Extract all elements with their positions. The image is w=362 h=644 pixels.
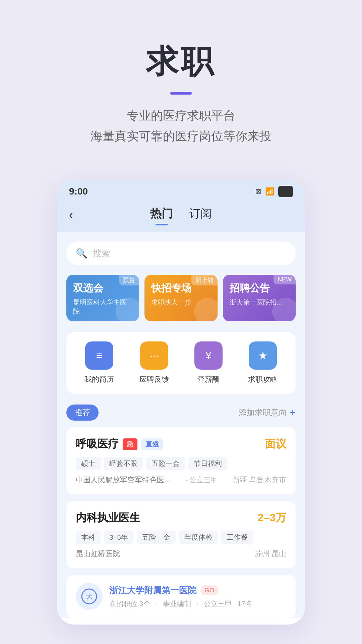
job-title-row-2: 内科执业医生 bbox=[76, 511, 140, 525]
job-footer: 中国人民解放军空军特色医... · 公立三甲 新疆 乌鲁木齐市 bbox=[76, 475, 286, 485]
hospital-name: 浙江大学附属第一医院 bbox=[109, 585, 196, 596]
job-tag: 工作餐 bbox=[221, 531, 253, 544]
banner-tag-2: NEW bbox=[274, 275, 296, 284]
hospital-info: 浙江大学附属第一医院 GO 在招职位 3个 · 事业编制 · 公立三甲 17名 bbox=[109, 585, 286, 608]
job-salary-2: 2–3万 bbox=[258, 511, 286, 525]
search-bar[interactable]: 🔍 搜索 bbox=[66, 241, 296, 265]
banner-card-double-select[interactable]: 预告 双选会 昆明医科大学中医院 bbox=[66, 275, 139, 321]
wifi-icon: 📶 bbox=[265, 187, 274, 196]
tab-subscribe[interactable]: 订阅 bbox=[189, 206, 212, 224]
quick-action-salary[interactable]: ¥ 查薪酬 bbox=[194, 341, 223, 384]
tips-icon: ★ bbox=[249, 341, 277, 370]
job-card-respiratory[interactable]: 呼吸医疗 急 直遴 面议 硕士 经验不限 五险一金 节日福利 中国人民解放军空军… bbox=[66, 427, 296, 494]
banner-row: 预告 双选会 昆明医科大学中医院 新上线 快招专场 求职快人一步 NEW 招聘公… bbox=[66, 275, 296, 321]
salary-icon: ¥ bbox=[194, 341, 223, 370]
resume-icon: ≡ bbox=[85, 341, 113, 370]
tab-hot[interactable]: 热门 bbox=[150, 206, 173, 224]
battery-indicator: 62 bbox=[278, 186, 293, 197]
x-icon: ⊠ bbox=[255, 187, 261, 196]
quick-actions: ≡ 我的简历 ··· 应聘反馈 ¥ 查薪酬 ★ 求职攻略 bbox=[66, 332, 296, 394]
job-title-row: 呼吸医疗 急 直遴 bbox=[76, 437, 163, 451]
job-title-2: 内科执业医生 bbox=[76, 511, 140, 525]
back-button[interactable]: ‹ bbox=[69, 208, 89, 222]
job-tags-2: 本科 3–5年 五险一金 年度体检 工作餐 bbox=[76, 531, 286, 544]
job-tag: 本科 bbox=[76, 531, 101, 544]
job-title: 呼吸医疗 bbox=[76, 437, 119, 451]
job-card-header: 呼吸医疗 急 直遴 面议 bbox=[76, 437, 286, 451]
search-placeholder: 搜索 bbox=[93, 248, 110, 259]
content-area: 🔍 搜索 预告 双选会 昆明医科大学中医院 新上线 快招专场 求职快人一步 NE… bbox=[57, 232, 305, 618]
meta-num: 17名 bbox=[237, 599, 252, 608]
job-tags: 硕士 经验不限 五险一金 节日福利 bbox=[76, 457, 286, 470]
hospital-logo: 大 bbox=[76, 583, 103, 610]
quick-action-resume[interactable]: ≡ 我的简历 bbox=[84, 341, 114, 384]
hero-section: 求职 专业的医疗求职平台 海量真实可靠的医疗岗位等你来投 bbox=[0, 0, 362, 166]
tips-label: 求职攻略 bbox=[248, 374, 278, 384]
dot-separator: · 公立三甲 bbox=[185, 475, 218, 485]
quick-action-feedback[interactable]: ··· 应聘反馈 bbox=[139, 341, 169, 384]
job-tag: 经验不限 bbox=[104, 457, 143, 470]
nav-tabs: 热门 订阅 bbox=[89, 206, 273, 224]
feedback-icon: ··· bbox=[140, 341, 168, 370]
phone-mockup: 9:00 ⊠ 📶 62 ‹ 热门 订阅 🔍 搜索 预告 双选会 昆明医科大学中医… bbox=[57, 180, 305, 625]
hero-subtitle: 专业的医疗求职平台 海量真实可靠的医疗岗位等你来投 bbox=[90, 105, 272, 146]
banner-tag-0: 预告 bbox=[119, 275, 139, 285]
quick-action-tips[interactable]: ★ 求职攻略 bbox=[248, 341, 278, 384]
add-icon: + bbox=[290, 407, 296, 418]
job-card-header-2: 内科执业医生 2–3万 bbox=[76, 511, 286, 525]
hospital-card[interactable]: 大 浙江大学附属第一医院 GO 在招职位 3个 · 事业编制 · 公立三甲 17… bbox=[66, 575, 296, 618]
direct-badge: 直遴 bbox=[141, 438, 163, 450]
feedback-label: 应聘反馈 bbox=[139, 374, 169, 384]
job-footer-2: 昆山虹桥医院 苏州 昆山 bbox=[76, 549, 286, 559]
hero-divider bbox=[170, 92, 192, 95]
job-tag: 年度体检 bbox=[179, 531, 218, 544]
search-icon: 🔍 bbox=[76, 248, 87, 259]
nav-bar: ‹ 热门 订阅 bbox=[57, 201, 305, 232]
job-hospital-2: 昆山虹桥医院 bbox=[76, 549, 120, 559]
banner-card-fast-recruit[interactable]: 新上线 快招专场 求职快人一步 bbox=[144, 275, 217, 321]
add-intention[interactable]: 添加求职意向 + bbox=[239, 407, 296, 418]
job-location: 新疆 乌鲁木齐市 bbox=[233, 475, 286, 485]
section-recommend-tag: 推荐 bbox=[66, 405, 99, 421]
status-bar: 9:00 ⊠ 📶 62 bbox=[57, 180, 305, 201]
job-hospital: 中国人民解放军空军特色医... bbox=[76, 475, 170, 485]
hospital-go-badge: GO bbox=[200, 585, 219, 595]
hospital-meta: 在招职位 3个 · 事业编制 · 公立三甲 17名 bbox=[109, 599, 286, 608]
job-tag: 节日福利 bbox=[188, 457, 227, 470]
job-tag: 五险一金 bbox=[137, 531, 176, 544]
meta-level: 公立三甲 bbox=[204, 599, 232, 608]
salary-label: 查薪酬 bbox=[197, 374, 220, 384]
hero-title: 求职 bbox=[146, 40, 216, 84]
job-card-internist[interactable]: 内科执业医生 2–3万 本科 3–5年 五险一金 年度体检 工作餐 昆山虹桥医院… bbox=[66, 501, 296, 568]
banner-tag-1: 新上线 bbox=[191, 275, 218, 285]
job-tag: 五险一金 bbox=[146, 457, 185, 470]
banner-card-recruit-notice[interactable]: NEW 招聘公告 浙大第一医院招... bbox=[223, 275, 296, 321]
status-time: 9:00 bbox=[69, 186, 88, 197]
meta-type: 事业编制 bbox=[163, 599, 191, 608]
job-tag: 3–5年 bbox=[104, 531, 133, 544]
status-icons: ⊠ 📶 62 bbox=[255, 186, 293, 197]
svg-text:大: 大 bbox=[86, 593, 92, 600]
job-location-2: 苏州 昆山 bbox=[255, 549, 286, 559]
job-salary: 面议 bbox=[265, 437, 286, 451]
job-tag: 硕士 bbox=[76, 457, 101, 470]
resume-label: 我的简历 bbox=[84, 374, 114, 384]
section-header: 推荐 添加求职意向 + bbox=[66, 405, 296, 421]
urgent-badge: 急 bbox=[123, 438, 137, 450]
meta-jobs: 在招职位 3个 bbox=[109, 599, 150, 608]
hospital-name-row: 浙江大学附属第一医院 GO bbox=[109, 585, 286, 596]
